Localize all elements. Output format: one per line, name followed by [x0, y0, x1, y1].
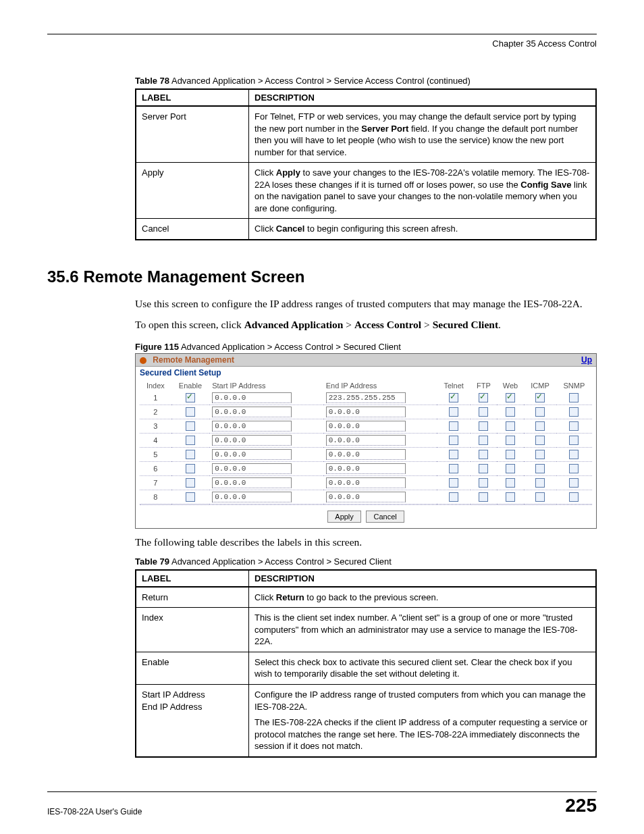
start-ip-input[interactable]: 0.0.0.0 [212, 392, 292, 403]
checkbox[interactable] [535, 421, 545, 431]
checkbox[interactable] [479, 407, 488, 417]
checkbox[interactable] [506, 436, 515, 445]
table78-caption: Table 78 Advanced Application > Access C… [135, 76, 597, 86]
checkbox[interactable] [186, 478, 195, 488]
end-ip-input[interactable]: 0.0.0.0 [326, 421, 406, 432]
checkbox[interactable] [535, 464, 545, 473]
table79-caption: Table 79 Advanced Application > Access C… [135, 556, 597, 567]
apply-button[interactable]: Apply [327, 511, 361, 523]
checkbox[interactable] [569, 478, 579, 488]
checkbox[interactable] [535, 436, 545, 445]
checkbox[interactable] [449, 478, 458, 488]
end-ip-input[interactable]: 0.0.0.0 [326, 463, 406, 474]
t79-r0-label: Return [136, 587, 249, 608]
t79-r1-desc: This is the client set index number. A "… [249, 608, 597, 652]
section-heading: 35.6 Remote Management Screen [47, 267, 597, 286]
checkbox[interactable] [506, 421, 515, 431]
col-enable: Enable [171, 380, 210, 391]
th-description-79: DESCRIPTION [249, 570, 597, 587]
checkbox[interactable] [569, 407, 579, 417]
checkbox[interactable] [569, 436, 579, 445]
checkbox[interactable] [479, 492, 488, 502]
cell-index: 4 [140, 433, 171, 447]
checkbox[interactable] [506, 478, 515, 488]
checkbox[interactable] [506, 407, 515, 417]
checkbox[interactable] [535, 450, 545, 459]
checkbox[interactable] [186, 393, 195, 402]
page-number: 225 [565, 795, 597, 816]
screenshot-title: Remote Management [153, 355, 234, 365]
checkbox[interactable] [479, 421, 488, 431]
start-ip-input[interactable]: 0.0.0.0 [212, 407, 292, 417]
checkbox[interactable] [449, 421, 458, 431]
t79-r2-label: Enable [136, 652, 249, 684]
checkbox[interactable] [569, 464, 579, 473]
up-link[interactable]: Up [581, 355, 592, 365]
checkbox[interactable] [479, 464, 488, 473]
table-row: 10.0.0.0223.255.255.255 [140, 391, 592, 405]
col-icmp: ICMP [524, 380, 556, 391]
checkbox[interactable] [506, 464, 515, 473]
t78-r1-label: Apply [136, 163, 249, 219]
checkbox[interactable] [569, 492, 579, 502]
start-ip-input[interactable]: 0.0.0.0 [212, 477, 292, 488]
start-ip-input[interactable]: 0.0.0.0 [212, 421, 292, 432]
start-ip-input[interactable]: 0.0.0.0 [212, 435, 292, 446]
cell-index: 1 [140, 391, 171, 405]
end-ip-input[interactable]: 0.0.0.0 [326, 407, 406, 417]
col-snmp: SNMP [556, 380, 592, 391]
checkbox[interactable] [186, 450, 195, 459]
table-row: 20.0.0.00.0.0.0 [140, 405, 592, 419]
col-ftp: FTP [471, 380, 496, 391]
checkbox[interactable] [569, 393, 579, 402]
end-ip-input[interactable]: 0.0.0.0 [326, 435, 406, 446]
table-row: 80.0.0.00.0.0.0 [140, 490, 592, 504]
t78-r2-label: Cancel [136, 219, 249, 240]
t79-r1-label: Index [136, 608, 249, 652]
checkbox[interactable] [479, 393, 488, 402]
checkbox[interactable] [479, 436, 488, 445]
checkbox[interactable] [186, 436, 195, 445]
cancel-button[interactable]: Cancel [366, 511, 404, 523]
checkbox[interactable] [449, 450, 458, 459]
checkbox[interactable] [449, 393, 458, 402]
t78-r0-desc: For Telnet, FTP or web services, you may… [249, 106, 597, 163]
t79-r3-desc: Configure the IP address range of truste… [249, 684, 597, 756]
checkbox[interactable] [186, 407, 195, 417]
checkbox[interactable] [506, 450, 515, 459]
checkbox[interactable] [479, 450, 488, 459]
checkbox[interactable] [449, 407, 458, 417]
checkbox[interactable] [449, 436, 458, 445]
checkbox[interactable] [449, 492, 458, 502]
col-end: End IP Address [323, 380, 437, 391]
start-ip-input[interactable]: 0.0.0.0 [212, 449, 292, 460]
checkbox[interactable] [479, 478, 488, 488]
table-row: 70.0.0.00.0.0.0 [140, 475, 592, 490]
checkbox[interactable] [535, 492, 545, 502]
end-ip-input[interactable]: 0.0.0.0 [326, 492, 406, 502]
cell-index: 6 [140, 461, 171, 475]
start-ip-input[interactable]: 0.0.0.0 [212, 492, 292, 502]
checkbox[interactable] [506, 492, 515, 502]
checkbox[interactable] [569, 450, 579, 459]
table78: LABEL DESCRIPTION Server Port For Telnet… [135, 88, 597, 240]
end-ip-input[interactable]: 0.0.0.0 [326, 449, 406, 460]
checkbox[interactable] [535, 407, 545, 417]
checkbox[interactable] [569, 421, 579, 431]
start-ip-input[interactable]: 0.0.0.0 [212, 463, 292, 474]
checkbox[interactable] [535, 393, 545, 402]
t79-r2-desc: Select this check box to activate this s… [249, 652, 597, 684]
checkbox[interactable] [186, 464, 195, 473]
checkbox[interactable] [449, 464, 458, 473]
end-ip-input[interactable]: 223.255.255.255 [326, 392, 406, 403]
checkbox[interactable] [186, 492, 195, 502]
end-ip-input[interactable]: 0.0.0.0 [326, 477, 406, 488]
checkbox[interactable] [186, 421, 195, 431]
checkbox[interactable] [535, 478, 545, 488]
t78-r0-label: Server Port [136, 106, 249, 163]
col-web: Web [497, 380, 525, 391]
col-start: Start IP Address [209, 380, 323, 391]
cell-index: 2 [140, 405, 171, 419]
checkbox[interactable] [506, 393, 515, 402]
cell-index: 5 [140, 447, 171, 461]
